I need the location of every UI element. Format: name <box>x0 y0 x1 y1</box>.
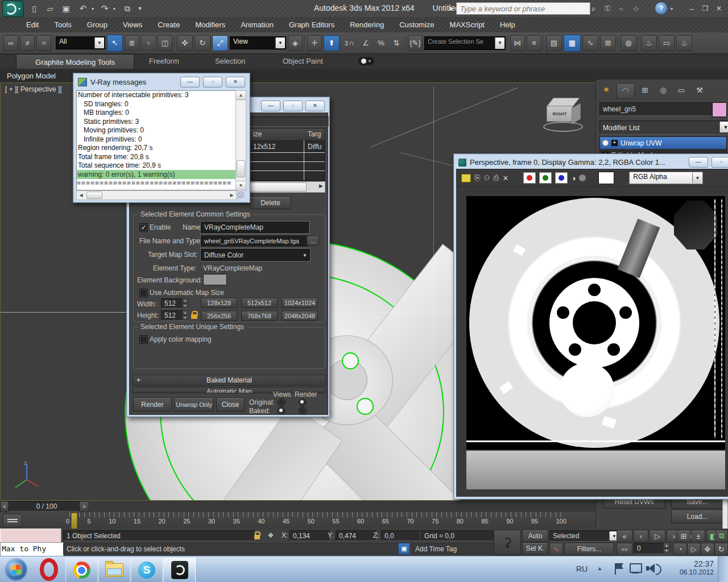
zoom-extents-all-icon[interactable]: ⧉ <box>715 530 728 542</box>
tab-modify[interactable]: ◠ <box>617 83 635 99</box>
rendered-frame-window-button[interactable]: ▭ <box>659 35 675 51</box>
set-key-button[interactable]: Set K. <box>522 542 548 555</box>
auto-key-button[interactable]: Auto <box>522 530 548 542</box>
tray-expand-arrow[interactable]: ▲ <box>597 566 602 571</box>
load-uvws-button[interactable]: Load... <box>671 510 723 523</box>
green-channel-toggle[interactable] <box>539 172 552 184</box>
taskbar-item-3dsmax-active[interactable] <box>163 558 196 582</box>
zoom-mode-icon[interactable]: ± <box>692 530 705 542</box>
viewport-label[interactable]: [ + ][ Perspective ][ <box>5 85 62 93</box>
taskbar-item-skype[interactable]: S <box>131 558 163 582</box>
mirror-button[interactable]: ⋈ <box>510 35 525 51</box>
menu-item[interactable]: Graph Editors <box>289 20 334 29</box>
target-map-slot-dropdown[interactable]: Diffuse Color ▼ <box>201 249 310 261</box>
select-object-button[interactable]: ↖ <box>107 35 123 52</box>
scroll-right-arrow[interactable]: ▶ <box>319 183 323 189</box>
angle-snap-toggle[interactable]: ∠ <box>359 36 373 51</box>
tab-motion[interactable]: ◎ <box>655 83 671 97</box>
rollout-expand-icon[interactable]: + <box>136 376 140 384</box>
height-spinner[interactable]: ▲▼ <box>182 310 188 320</box>
restore-window-button[interactable]: ❐ <box>700 3 711 14</box>
next-frame-arrow[interactable]: > <box>79 501 89 512</box>
frame-counter-field[interactable]: 0 / 100 <box>9 501 85 512</box>
material-editor-button[interactable]: ◍ <box>621 35 636 51</box>
apply-color-mapping-checkbox[interactable] <box>139 335 148 344</box>
select-and-move-button[interactable]: ✜ <box>177 35 193 51</box>
panel-scrollbar[interactable] <box>722 497 728 530</box>
quick-access-dropdown-arrow[interactable]: ▼ <box>136 5 143 13</box>
menu-item[interactable]: Tools <box>54 20 71 29</box>
undo-dropdown-arrow[interactable]: ▼ <box>90 5 96 13</box>
keyboard-shortcut-override-toggle[interactable]: ⬆ <box>324 35 340 51</box>
alpha-channel-toggle[interactable] <box>579 174 586 181</box>
menu-item[interactable]: Edit <box>26 20 39 29</box>
default-in-out-tangent-icon[interactable]: ∿ <box>549 543 563 555</box>
menu-item[interactable]: Group <box>87 20 107 29</box>
select-and-manipulate-button[interactable]: ✛ <box>307 35 322 51</box>
start-button[interactable] <box>5 558 27 581</box>
key-mode-toggle[interactable]: «» <box>617 543 632 555</box>
search-input[interactable] <box>456 2 590 15</box>
scroll-down-arrow[interactable]: ▼ <box>236 181 246 190</box>
minimize-button[interactable]: — <box>261 101 280 111</box>
ribbon-minimize-pill[interactable]: ▼ <box>358 57 374 65</box>
previous-frame-button[interactable]: ‹ <box>634 530 648 542</box>
menu-item[interactable]: Help <box>500 20 515 29</box>
object-color-swatch[interactable] <box>712 102 727 117</box>
selected-keyset-dropdown[interactable]: Selected▼ <box>549 530 620 542</box>
baked-render-radio[interactable] <box>299 407 307 415</box>
close-button[interactable]: ✕ <box>226 77 245 88</box>
viewcube-face-label[interactable]: RIGHT <box>547 106 573 122</box>
play-button[interactable]: ▷ <box>650 530 665 542</box>
taskbar-item-explorer[interactable] <box>98 558 130 582</box>
scroll-thumb[interactable] <box>237 160 245 177</box>
tab-utilities[interactable]: ⚒ <box>692 83 708 97</box>
minimize-button[interactable]: — <box>689 157 708 168</box>
save-file-button[interactable]: ▣ <box>59 2 73 15</box>
x-coord-field[interactable]: 0,134 <box>289 530 330 541</box>
scroll-left-arrow[interactable]: ◀ <box>77 193 85 198</box>
maximize-button[interactable]: ▫ <box>712 157 728 168</box>
volume-icon[interactable] <box>648 564 655 573</box>
modifier-row-unwrap-uvw[interactable]: + Unwrap UVW <box>600 137 726 149</box>
select-and-link-icon[interactable]: ∞ <box>3 35 18 51</box>
schematic-view-button[interactable]: ⊞ <box>600 35 616 51</box>
table-row-size[interactable]: 12x512 <box>253 143 275 151</box>
dropdown-arrow-icon[interactable]: ▼ <box>692 173 702 183</box>
use-center-flyout[interactable]: ◈ <box>288 35 303 51</box>
graphite-ribbon-toggle[interactable]: ▦ <box>564 35 581 52</box>
bind-to-space-warp-icon[interactable]: ≈ <box>36 35 51 51</box>
select-and-rotate-button[interactable]: ↻ <box>195 35 210 51</box>
red-channel-toggle[interactable] <box>523 172 536 184</box>
curve-editor-button[interactable]: ∿ <box>582 35 598 51</box>
vray-hscrollbar[interactable]: ◀ ▶ <box>76 190 237 200</box>
undo-button[interactable]: ↶ <box>76 2 90 15</box>
rfw-canvas[interactable] <box>456 187 728 497</box>
scroll-thumb[interactable] <box>86 192 102 199</box>
visibility-bulb-icon[interactable] <box>602 140 609 146</box>
zoom-all-icon[interactable]: ⊞ <box>677 530 690 542</box>
selection-lock-toggle[interactable] <box>253 531 262 540</box>
help-dropdown-arrow[interactable]: ▼ <box>669 5 675 12</box>
dropdown-arrow-icon[interactable]: ▼ <box>275 38 285 48</box>
manage-layers-button[interactable]: ▤ <box>546 35 562 51</box>
table-header-target[interactable]: Targ <box>308 130 321 138</box>
clear-color-swatch[interactable] <box>598 172 614 184</box>
menu-item[interactable]: Animation <box>241 20 274 29</box>
viewport-layout-icon[interactable]: ▣ <box>398 543 410 555</box>
tab-graphite-modeling-tools[interactable]: Graphite Modeling Tools <box>16 54 134 69</box>
use-automatic-map-size-checkbox[interactable] <box>139 289 148 297</box>
close-button[interactable]: ✕ <box>305 101 325 111</box>
table-header-size[interactable]: ize <box>253 130 262 138</box>
dropdown-arrow-icon[interactable]: ▼ <box>303 253 307 258</box>
monochrome-toggle[interactable]: ◑ <box>571 174 576 182</box>
infocenter-expand-arrow[interactable]: ▶ <box>449 5 454 11</box>
menu-item[interactable]: Rendering <box>350 20 384 29</box>
show-desktop-button[interactable] <box>718 556 728 582</box>
go-to-start-button[interactable]: « <box>617 530 632 542</box>
taskbar-item-opera[interactable] <box>39 560 59 579</box>
vray-title-bar[interactable]: V-Ray messages — ▫ ✕ <box>76 75 247 89</box>
percent-snap-toggle[interactable]: % <box>374 36 388 51</box>
y-coord-field[interactable]: 0,474 <box>336 530 377 541</box>
orbit-icon[interactable]: ↻ <box>714 543 728 555</box>
